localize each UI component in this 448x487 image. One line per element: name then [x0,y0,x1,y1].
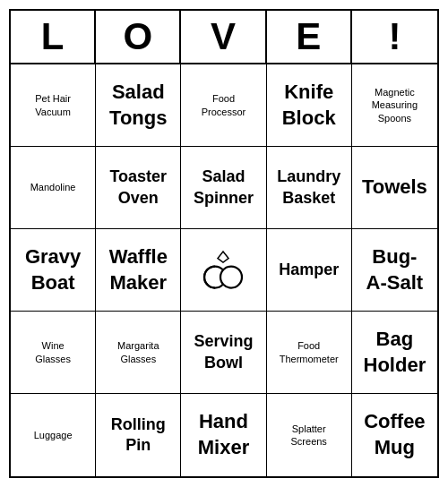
bingo-grid: Pet Hair VacuumSalad TongsFood Processor… [11,64,437,476]
bingo-cell-5: Mandoline [11,147,96,229]
cell-text-7: Salad Spinner [194,167,254,209]
bingo-cell-20: Luggage [11,394,96,476]
bingo-cell-23: Splatter Screens [267,394,352,476]
bingo-cell-18: Food Thermometer [267,312,352,394]
cell-text-20: Luggage [34,429,73,441]
header-letter-V: V [181,11,266,63]
bingo-cell-21: Rolling Pin [96,394,181,476]
bingo-cell-19: Bag Holder [352,312,437,394]
header-letter-!: ! [352,11,437,63]
bingo-cell-10: Gravy Boat [11,229,96,312]
bingo-cell-6: Toaster Oven [96,147,181,229]
header-letter-E: E [267,11,352,63]
bingo-cell-3: Knife Block [267,64,352,147]
cell-text-3: Knife Block [282,80,336,131]
cell-text-15: Wine Glasses [35,339,71,365]
bingo-cell-12 [181,229,266,312]
cell-text-19: Bag Holder [364,327,426,378]
bingo-cell-24: Coffee Mug [352,394,437,476]
cell-text-11: Waffle Maker [109,244,168,295]
cell-text-8: Laundry Basket [277,167,340,209]
cell-text-2: Food Processor [202,92,246,118]
bingo-cell-4: Magnetic Measuring Spoons [352,64,437,147]
cell-text-18: Food Thermometer [280,339,339,365]
bingo-card: LOVE! Pet Hair VacuumSalad TongsFood Pro… [9,9,439,478]
cell-text-6: Toaster Oven [109,167,167,209]
bingo-cell-7: Salad Spinner [181,147,266,229]
cell-text-23: Splatter Screens [291,423,327,449]
bingo-cell-17: Serving Bowl [181,312,266,394]
cell-text-4: Magnetic Measuring Spoons [372,86,418,124]
bingo-cell-14: Bug- A-Salt [352,229,437,312]
bingo-cell-1: Salad Tongs [96,64,181,147]
cell-text-13: Hamper [279,260,339,280]
cell-text-9: Towels [362,175,427,201]
bingo-cell-15: Wine Glasses [11,312,96,394]
header-letter-O: O [96,11,181,63]
cell-text-14: Bug- A-Salt [366,244,424,295]
cell-text-5: Mandoline [30,181,76,193]
cell-text-17: Serving Bowl [194,331,253,373]
bingo-header: LOVE! [11,11,437,64]
bingo-cell-22: Hand Mixer [181,394,266,476]
cell-text-16: Margarita Glasses [117,339,159,365]
bingo-cell-9: Towels [352,147,437,229]
rings-icon [196,248,250,293]
bingo-cell-16: Margarita Glasses [96,312,181,394]
cell-text-10: Gravy Boat [25,244,81,295]
svg-marker-0 [218,252,228,262]
header-letter-L: L [11,11,96,63]
bingo-cell-2: Food Processor [181,64,266,147]
svg-point-2 [220,266,242,287]
cell-text-24: Coffee Mug [364,409,425,460]
cell-text-1: Salad Tongs [109,80,167,131]
cell-text-0: Pet Hair Vacuum [35,92,71,118]
cell-text-21: Rolling Pin [111,414,166,457]
bingo-cell-13: Hamper [267,229,352,312]
bingo-cell-11: Waffle Maker [96,229,181,312]
bingo-cell-8: Laundry Basket [267,147,352,229]
cell-text-22: Hand Mixer [198,409,249,460]
bingo-cell-0: Pet Hair Vacuum [11,64,96,147]
